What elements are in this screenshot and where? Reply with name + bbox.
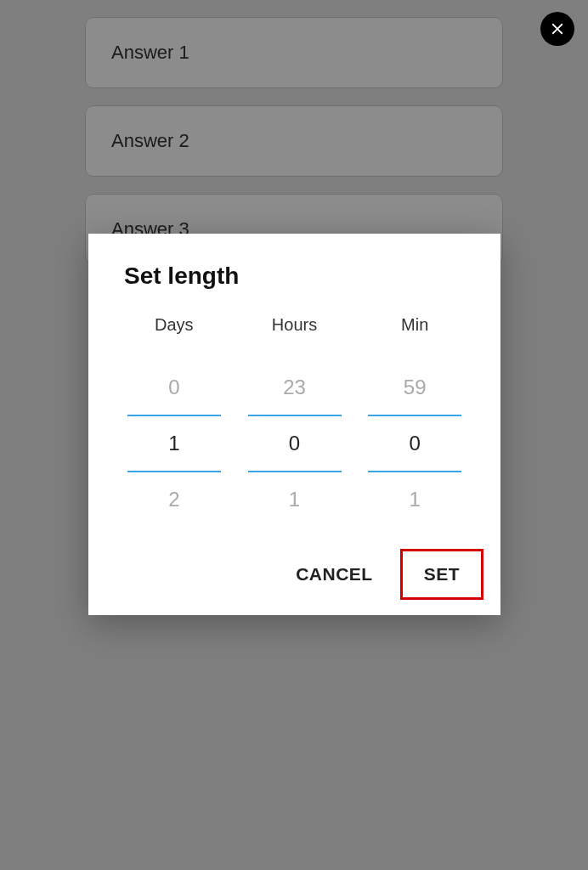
dialog-title: Set length <box>88 263 500 315</box>
set-button[interactable]: SET <box>400 549 483 600</box>
picker-selected-value[interactable]: 1 <box>127 415 221 472</box>
min-values[interactable]: 59 0 1 <box>368 360 461 527</box>
picker-prev-value[interactable]: 59 <box>368 360 461 415</box>
picker-selected-value[interactable]: 0 <box>248 415 342 472</box>
picker-next-value[interactable]: 1 <box>368 472 461 527</box>
picker-prev-value[interactable]: 0 <box>127 360 221 415</box>
days-values[interactable]: 0 1 2 <box>127 360 221 527</box>
picker-prev-value[interactable]: 23 <box>248 360 342 415</box>
picker-row: Days 0 1 2 Hours 23 0 1 Min 59 0 1 <box>88 315 500 527</box>
close-button[interactable] <box>540 12 574 46</box>
set-length-dialog: Set length Days 0 1 2 Hours 23 0 1 Min 5… <box>88 234 500 615</box>
close-icon <box>548 20 567 38</box>
cancel-button[interactable]: CANCEL <box>279 549 390 600</box>
picker-column-days: Days 0 1 2 <box>114 315 235 527</box>
picker-column-hours: Hours 23 0 1 <box>235 315 355 527</box>
picker-next-value[interactable]: 2 <box>127 472 221 527</box>
picker-label-days: Days <box>155 315 194 335</box>
dialog-actions: CANCEL SET <box>88 527 500 600</box>
picker-label-hours: Hours <box>272 315 317 335</box>
picker-label-min: Min <box>401 315 428 335</box>
hours-values[interactable]: 23 0 1 <box>248 360 342 527</box>
picker-next-value[interactable]: 1 <box>248 472 342 527</box>
picker-column-min: Min 59 0 1 <box>354 315 475 527</box>
picker-selected-value[interactable]: 0 <box>368 415 461 472</box>
